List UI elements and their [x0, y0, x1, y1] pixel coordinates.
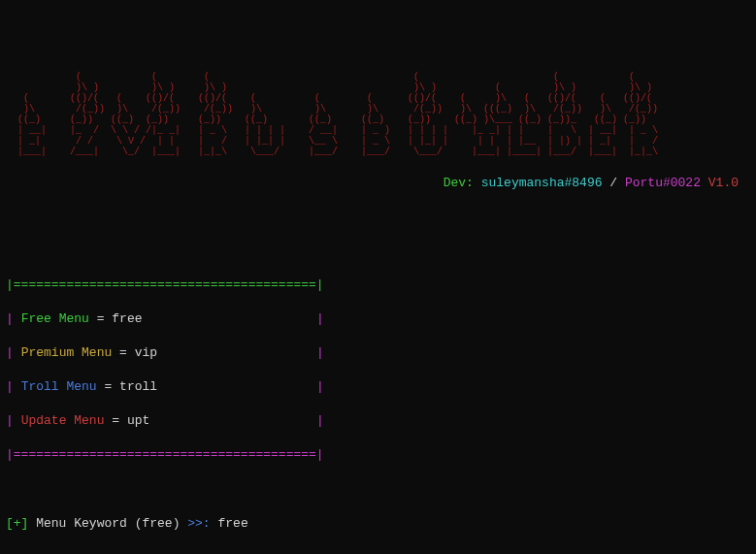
dev-author-1: suleymansha#8496	[481, 176, 603, 190]
dev-credits-line: Dev: suleymansha#8496 / Portu#0022 V1.0	[6, 175, 750, 192]
menu-keyword: free	[112, 311, 142, 326]
banner-ascii-art: ( ( ( ( ( ( )\ ) )\ ) )\ ) )\ ) ( )\	[6, 72, 750, 157]
menu-border-top: |=======================================…	[6, 277, 750, 294]
menu-item-free: | Free Menu = free |	[6, 310, 750, 328]
prompt-menu-keyword[interactable]: [+] Menu Keyword (free) >>: free	[6, 515, 750, 533]
menu-item-troll: | Troll Menu = troll |	[6, 378, 750, 396]
prompt-label: Menu Keyword (free)	[36, 516, 180, 531]
menu-keyword: upt	[127, 413, 149, 428]
menu-label: Premium Menu	[21, 345, 113, 360]
menu-keyword: vip	[135, 345, 157, 360]
separator: /	[609, 176, 617, 190]
menu-label: Troll Menu	[21, 379, 97, 394]
prompt-marker: [+]	[6, 516, 28, 531]
menu-item-premium: | Premium Menu = vip |	[6, 344, 750, 362]
menu-border-bottom: |=======================================…	[6, 446, 750, 464]
version-label: V1.0	[708, 176, 739, 190]
dev-author-2: Portu#0022	[625, 176, 701, 190]
menu-item-update: | Update Menu = upt |	[6, 412, 750, 430]
prompt-arrows: >>:	[187, 516, 210, 531]
menu-keyword: troll	[119, 379, 157, 394]
dev-label: Dev:	[444, 176, 474, 190]
prompt-input-value[interactable]: free	[217, 516, 247, 531]
menu-label: Update Menu	[21, 413, 105, 428]
menu-label: Free Menu	[21, 311, 89, 326]
